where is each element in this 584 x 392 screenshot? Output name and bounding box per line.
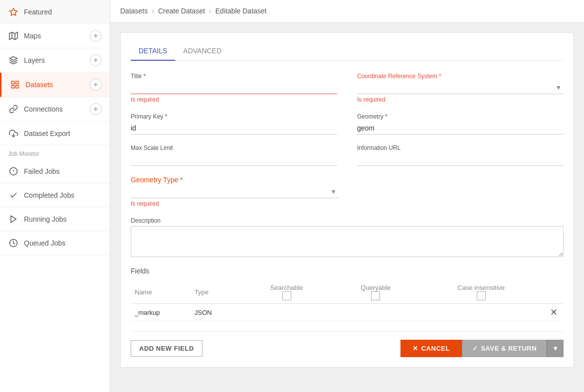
description-textarea[interactable] xyxy=(131,226,564,257)
title-input[interactable] xyxy=(131,82,337,94)
title-error: Is required xyxy=(131,96,337,103)
geometry-type-select[interactable] xyxy=(131,186,339,198)
form-row-scale-url: Max Scale Limit Information URL xyxy=(131,144,564,166)
form-group-geometry-type: Geometry Type * ▼ Is required xyxy=(131,176,339,207)
sidebar-item-label: Dataset Export xyxy=(24,130,102,137)
add-field-button[interactable]: ADD NEW FIELD xyxy=(131,340,202,357)
info-url-input[interactable] xyxy=(357,153,564,166)
cancel-button[interactable]: ✕ CANCEL xyxy=(400,340,462,357)
svg-marker-0 xyxy=(10,8,17,15)
sidebar-item-label: Connections xyxy=(24,105,90,113)
sidebar-item-label: Featured xyxy=(24,8,102,16)
max-scale-input[interactable] xyxy=(131,153,337,166)
link-icon xyxy=(8,104,19,115)
sidebar-item-label: Layers xyxy=(24,56,90,64)
delete-field-button[interactable]: ✕ xyxy=(550,307,558,317)
card-footer: ADD NEW FIELD ✕ CANCEL ✓ SAVE & RETURN ▼ xyxy=(131,331,564,357)
geometry-type-select-wrapper: ▼ xyxy=(131,186,339,198)
add-datasets-button[interactable]: + xyxy=(90,79,102,91)
add-connections-button[interactable]: + xyxy=(90,103,102,115)
form-group-max-scale: Max Scale Limit xyxy=(131,144,337,166)
star-icon xyxy=(8,6,19,17)
breadcrumb-sep-2: › xyxy=(209,7,211,15)
cancel-x-icon: ✕ xyxy=(412,345,418,352)
fields-label: Fields xyxy=(131,267,564,275)
breadcrumb-create-dataset[interactable]: Create Dataset xyxy=(158,7,205,15)
crs-wrapper: ▼ xyxy=(357,82,564,94)
sidebar-item-label: Running Jobs xyxy=(24,215,102,223)
crs-label: Coordinate Reference System * xyxy=(357,73,564,80)
sidebar-item-label: Queued Jobs xyxy=(24,239,102,247)
geometry-type-error: Is required xyxy=(131,200,339,207)
clock-icon xyxy=(8,238,19,249)
primary-key-label: Primary Key * xyxy=(131,113,337,120)
geometry-type-label: Geometry Type * xyxy=(131,176,339,184)
form-group-description: Description xyxy=(131,217,564,257)
geometry-label: Geometry * xyxy=(357,113,564,120)
sidebar-item-queued-jobs[interactable]: Queued Jobs xyxy=(0,231,110,255)
geometry-input[interactable] xyxy=(357,122,564,134)
svg-rect-7 xyxy=(11,86,14,88)
form-group-geometry: Geometry * xyxy=(357,113,564,134)
sidebar-item-completed-jobs[interactable]: Completed Jobs xyxy=(0,183,110,207)
svg-marker-4 xyxy=(10,57,17,61)
sidebar-item-failed-jobs[interactable]: Failed Jobs xyxy=(0,159,110,183)
col-name: Name xyxy=(131,281,191,304)
sidebar-item-running-jobs[interactable]: Running Jobs xyxy=(0,207,110,231)
save-return-dropdown-button[interactable]: ▼ xyxy=(547,340,564,357)
breadcrumb: Datasets › Create Dataset › Editable Dat… xyxy=(110,0,584,22)
form-group-primary-key: Primary Key * xyxy=(131,113,337,134)
form-card: DETAILS ADVANCED Title * Is required Coo… xyxy=(120,32,574,368)
fields-table: Name Type Searchable Queryable xyxy=(131,281,564,321)
add-layers-button[interactable]: + xyxy=(90,54,102,66)
chevron-down-icon: ▼ xyxy=(552,345,559,352)
searchable-header-checkbox[interactable] xyxy=(282,291,291,300)
description-label: Description xyxy=(131,217,564,224)
case-insensitive-header-checkbox[interactable] xyxy=(477,291,486,300)
form-row-geometry-type: Geometry Type * ▼ Is required xyxy=(131,176,339,207)
datasets-icon xyxy=(9,79,20,90)
field-queryable-cell xyxy=(333,304,418,321)
table-row: _markup JSON ✕ xyxy=(131,304,564,321)
crs-select[interactable] xyxy=(357,82,564,94)
form-row-pk-geom: Primary Key * Geometry * xyxy=(131,113,564,134)
sidebar-item-label: Maps xyxy=(24,32,90,40)
alert-icon xyxy=(8,166,19,177)
fields-section: Fields Name Type Searchable Queryable xyxy=(131,267,564,321)
max-scale-label: Max Scale Limit xyxy=(131,144,337,151)
sidebar-item-connections[interactable]: Connections + xyxy=(0,97,110,122)
sidebar-item-layers[interactable]: Layers + xyxy=(0,48,110,73)
col-searchable: Searchable xyxy=(240,281,333,304)
form-group-title: Title * Is required xyxy=(131,73,337,103)
add-maps-button[interactable]: + xyxy=(90,30,102,42)
save-check-icon: ✓ xyxy=(472,345,478,352)
breadcrumb-sep-1: › xyxy=(152,7,154,15)
col-type: Type xyxy=(191,281,240,304)
breadcrumb-datasets[interactable]: Datasets xyxy=(120,7,148,15)
svg-rect-5 xyxy=(11,81,14,84)
field-case-insensitive-cell xyxy=(418,304,544,321)
svg-rect-6 xyxy=(16,81,18,84)
svg-marker-1 xyxy=(9,32,18,40)
sidebar: Featured Maps + Layers + Datasets + Conn… xyxy=(0,0,110,392)
sidebar-item-maps[interactable]: Maps + xyxy=(0,24,110,48)
sidebar-item-dataset-export[interactable]: Dataset Export xyxy=(0,122,110,145)
tab-advanced[interactable]: ADVANCED xyxy=(175,43,229,61)
sidebar-item-featured[interactable]: Featured xyxy=(0,0,110,24)
action-buttons: ✕ CANCEL ✓ SAVE & RETURN ▼ xyxy=(400,340,564,357)
field-type-cell: JSON xyxy=(191,304,240,321)
field-delete-cell: ✕ xyxy=(544,304,564,321)
field-name-cell: _markup xyxy=(131,304,191,321)
crs-error: Is required xyxy=(357,96,564,103)
save-return-button[interactable]: ✓ SAVE & RETURN xyxy=(462,340,547,357)
sidebar-item-datasets[interactable]: Datasets + xyxy=(0,73,110,97)
queryable-header-checkbox[interactable] xyxy=(371,291,380,300)
title-label: Title * xyxy=(131,73,337,80)
field-searchable-cell xyxy=(240,304,333,321)
primary-key-input[interactable] xyxy=(131,122,337,134)
col-queryable: Queryable xyxy=(333,281,418,304)
svg-rect-8 xyxy=(16,86,18,88)
tab-details[interactable]: DETAILS xyxy=(131,43,175,61)
main-content: Datasets › Create Dataset › Editable Dat… xyxy=(110,0,584,392)
map-icon xyxy=(8,30,19,41)
